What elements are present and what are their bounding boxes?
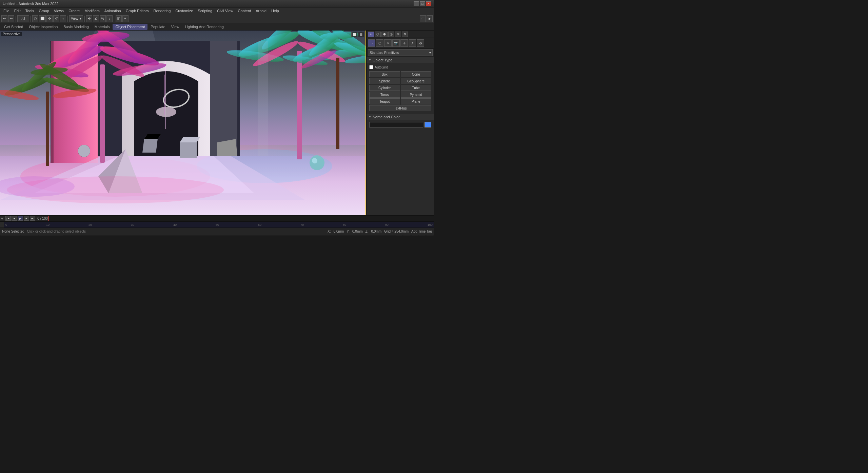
menu-item-rendering[interactable]: Rendering: [152, 8, 173, 14]
motion-tab[interactable]: ◷: [388, 32, 394, 37]
scale-tool[interactable]: ⬧: [60, 15, 66, 22]
add-time-tag[interactable]: Add Time Tag: [411, 230, 432, 233]
tab-materials[interactable]: Materials: [92, 24, 113, 30]
prev-frame-button[interactable]: ◄: [12, 216, 17, 221]
svg-rect-28: [100, 64, 105, 163]
auto-key-button[interactable]: Auto Key: [1, 236, 20, 237]
menu-item-content[interactable]: Content: [236, 8, 253, 14]
last-frame-button[interactable]: ►|: [30, 216, 35, 221]
tab-populate[interactable]: Populate: [148, 24, 168, 30]
spinner-snap[interactable]: ↕: [106, 15, 113, 22]
select-region[interactable]: ⬜: [39, 15, 46, 22]
hierarchy-tab[interactable]: ⬢: [381, 32, 388, 37]
tab-basic-modeling[interactable]: Basic Modeling: [61, 24, 92, 30]
standard-primitives-select[interactable]: Standard Primitives ▾: [368, 49, 433, 56]
angle-snap[interactable]: ∡: [93, 15, 99, 22]
timeline-bar[interactable]: [48, 216, 434, 221]
teapot-button[interactable]: Teapot: [369, 98, 400, 104]
title-bar: Untitled - Autodesk 3ds Max 2022 ─ □ ✕: [0, 0, 434, 7]
menu-item-group[interactable]: Group: [37, 8, 51, 14]
box-button[interactable]: Box: [369, 71, 400, 77]
next-frame-button[interactable]: ►: [24, 216, 29, 221]
plane-button[interactable]: Plane: [401, 98, 432, 104]
key-filters-button[interactable]: Key Filters...: [39, 236, 63, 237]
app-title: Untitled - Autodesk 3ds Max 2022: [3, 2, 58, 6]
undo-button[interactable]: ↩: [1, 15, 7, 22]
autogrid-checkbox[interactable]: [369, 65, 373, 69]
name-color-header[interactable]: ▼ Name and Color: [367, 114, 434, 120]
menu-item-scripting[interactable]: Scripting: [196, 8, 214, 14]
rotate-tool[interactable]: ↺: [53, 15, 59, 22]
move-tool[interactable]: ✛: [46, 15, 53, 22]
close-button[interactable]: ✕: [426, 1, 431, 6]
select-filter[interactable]: All: [17, 15, 29, 22]
set-key-button[interactable]: Set Key: [21, 236, 38, 237]
sphere-button[interactable]: Sphere: [369, 78, 400, 84]
helpers-category[interactable]: ✛: [400, 39, 408, 47]
textplus-button[interactable]: TextPlus: [369, 105, 431, 111]
tube-button[interactable]: Tube: [401, 85, 432, 91]
scrubber-numbers[interactable]: 0102030405060708090100: [4, 222, 434, 228]
percent-snap[interactable]: %: [100, 15, 106, 22]
menu-item-create[interactable]: Create: [66, 8, 82, 14]
object-type-header[interactable]: ▼ Object Type: [367, 57, 434, 63]
minimap-toggle[interactable]: ◄: [0, 217, 4, 220]
viewport[interactable]: Perspective ⬜ ☰: [0, 31, 366, 215]
spacewarps-category[interactable]: ↗: [409, 39, 416, 47]
shapes-category[interactable]: ⬡: [376, 39, 383, 47]
maximize-button[interactable]: □: [420, 1, 425, 6]
pyramid-button[interactable]: Pyramid: [401, 92, 432, 98]
select-object[interactable]: ⬡: [32, 15, 38, 22]
mirror-tool[interactable]: ◫: [116, 15, 122, 22]
object-name-input[interactable]: [369, 122, 423, 127]
view-dropdown[interactable]: View ▾: [69, 15, 83, 22]
render-button[interactable]: ▶: [427, 15, 433, 22]
tab-view[interactable]: View: [169, 24, 182, 30]
lights-category[interactable]: ☀: [384, 39, 392, 47]
menu-item-edit[interactable]: Edit: [12, 8, 23, 14]
systems-category[interactable]: ⚙: [417, 39, 424, 47]
modify-tab[interactable]: ⬡: [375, 32, 381, 37]
tab-object-placement[interactable]: Object Placement: [113, 24, 147, 30]
menu-item-tools[interactable]: Tools: [23, 8, 36, 14]
redo-button[interactable]: ↪: [8, 15, 14, 22]
minimize-button[interactable]: ─: [414, 1, 419, 6]
first-frame-button[interactable]: |◄: [5, 216, 11, 221]
menu-item-file[interactable]: File: [1, 8, 12, 14]
geometry-category[interactable]: ○: [368, 39, 375, 47]
menu-item-arnold[interactable]: Arnold: [254, 8, 269, 14]
cone-button[interactable]: Cone: [401, 71, 432, 77]
tick-10: 10: [46, 223, 50, 226]
menu-item-customize[interactable]: Customize: [173, 8, 195, 14]
snap-toggle[interactable]: ✛: [86, 15, 92, 22]
display-tab[interactable]: 👁: [395, 32, 401, 37]
create-tab[interactable]: ✦: [368, 32, 374, 37]
navigate-btn4[interactable]: ⤢: [419, 236, 425, 237]
timeline-playhead[interactable]: [48, 216, 49, 221]
navigate-btn3[interactable]: ✛: [412, 236, 418, 237]
navigate-btn1[interactable]: ⊙: [396, 236, 402, 237]
tab-lighting-and-rendering[interactable]: Lighting And Rendering: [182, 24, 226, 30]
menu-item-animation[interactable]: Animation: [102, 8, 123, 14]
utilities-tab[interactable]: ⚙: [402, 32, 408, 37]
geosphere-button[interactable]: GeoSphere: [401, 78, 432, 84]
render-setup[interactable]: ⬚: [420, 15, 426, 22]
viewport-maximize[interactable]: ⬜: [351, 32, 357, 37]
navigate-btn5[interactable]: ▣: [427, 236, 433, 237]
menu-item-help[interactable]: Help: [269, 8, 281, 14]
menu-item-graph-editors[interactable]: Graph Editors: [124, 8, 151, 14]
play-button[interactable]: ▶: [18, 216, 23, 221]
menu-item-civil-view[interactable]: Civil View: [215, 8, 235, 14]
tab-get-started[interactable]: Get Started: [1, 24, 26, 30]
viewport-menu[interactable]: ☰: [358, 32, 364, 37]
torus-button[interactable]: Torus: [369, 92, 400, 98]
color-swatch[interactable]: [425, 122, 431, 127]
menu-item-views[interactable]: Views: [52, 8, 66, 14]
cylinder-button[interactable]: Cylinder: [369, 85, 400, 91]
align-tool[interactable]: ≡: [122, 15, 129, 22]
menu-item-modifiers[interactable]: Modifiers: [82, 8, 102, 14]
grid-size: Grid = 254.0mm: [384, 230, 409, 233]
tab-object-inspection[interactable]: Object Inspection: [26, 24, 60, 30]
navigate-btn2[interactable]: ⬜: [403, 236, 410, 237]
cameras-category[interactable]: 📷: [392, 39, 400, 47]
